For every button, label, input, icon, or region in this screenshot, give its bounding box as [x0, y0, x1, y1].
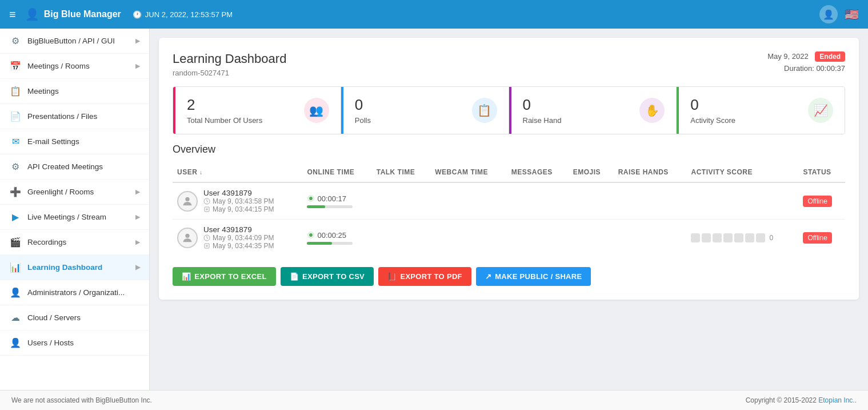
user-leave-0: May 9, 03:44:15 PM — [203, 205, 274, 213]
main-content: Learning Dashboard random-5027471 May 9,… — [150, 29, 868, 390]
sidebar-item-live-meetings[interactable]: ▶ Live Meetings / Stream ▶ — [0, 205, 149, 230]
stat-label-activity-score: Activity Score — [690, 116, 735, 125]
sidebar-item-meetings-rooms[interactable]: 📅 Meetings / Rooms ▶ — [0, 54, 149, 79]
footer-right: Copyright © 2015-2022 Etopian Inc.. — [746, 396, 857, 404]
user-avatar-1 — [177, 228, 198, 248]
sidebar-label-bigbluebutton: BigBlueButton / API / GUI — [27, 37, 130, 45]
chevron-right-icon: ▶ — [135, 264, 140, 271]
col-online-time: ONLINE TIME — [302, 162, 371, 182]
sidebar-label-api-meetings: API Created Meetings — [27, 162, 140, 171]
flag-icon: 🇺🇸 — [845, 7, 859, 21]
sidebar-label-meetings: Meetings — [27, 87, 140, 95]
sidebar-item-recordings[interactable]: 🎬 Recordings ▶ — [0, 230, 149, 255]
sidebar-item-greenlight[interactable]: ➕ Greenlight / Rooms ▶ — [0, 180, 149, 205]
sidebar-icon-presentations: 📄 — [9, 111, 22, 122]
cell-emojis-1 — [569, 220, 614, 256]
user-icon: 👤 — [823, 9, 834, 20]
sidebar-item-api-meetings[interactable]: ⚙ API Created Meetings — [0, 154, 149, 180]
cell-talk_time-1 — [372, 220, 431, 256]
sidebar-label-email-settings: E-mail Settings — [27, 137, 140, 146]
sidebar-label-learning-dashboard: Learning Dashboard — [27, 263, 130, 272]
sidebar-label-presentations: Presentations / Files — [27, 112, 140, 121]
csv-icon: 📄 — [290, 272, 299, 281]
sidebar-icon-recordings: 🎬 — [9, 237, 22, 248]
cell-messages-0 — [507, 182, 569, 220]
sidebar-icon-greenlight: ➕ — [9, 186, 22, 197]
cell-status-0: Offline — [798, 182, 845, 220]
col-webcam-time: WEBCAM TIME — [430, 162, 507, 182]
sidebar-item-cloud-servers[interactable]: ☁ Cloud / Servers — [0, 305, 149, 331]
cell-emojis-0 — [569, 182, 614, 220]
dashboard-header: Learning Dashboard random-5027471 May 9,… — [173, 51, 845, 77]
col-talk-time: TALK TIME — [372, 162, 431, 182]
sidebar-item-bigbluebutton[interactable]: ⚙ BigBlueButton / API / GUI ▶ — [0, 29, 149, 54]
cell-user-0: User 4391879 May 9, 03:43:58 PM May 9, 0… — [173, 182, 302, 220]
col-emojis: EMOJIS — [569, 162, 614, 182]
stat-card-polls: 0 Polls 📋 — [341, 87, 509, 134]
chevron-right-icon: ▶ — [135, 238, 140, 246]
sidebar-icon-meetings: 📋 — [9, 86, 22, 97]
activity-dot — [713, 233, 722, 242]
footer-link[interactable]: Etopian Inc.. — [818, 396, 857, 404]
sidebar-item-learning-dashboard[interactable]: 📊 Learning Dashboard ▶ — [0, 255, 149, 280]
progress-bar-0 — [307, 205, 353, 208]
brand-icon: 👤 — [25, 7, 39, 21]
sidebar-icon-live-meetings: ▶ — [9, 212, 22, 222]
cell-status-1: Offline — [798, 220, 845, 256]
cell-online-0: 00:00:17 — [302, 182, 371, 220]
stat-number-total-users: 2 — [187, 96, 262, 114]
status-badge-0: Offline — [803, 196, 831, 207]
sidebar-item-users-hosts[interactable]: 👤 Users / Hosts — [0, 331, 149, 356]
activity-dot — [723, 233, 733, 242]
cell-webcam_time-1 — [430, 220, 507, 256]
cell-activity-score-1: 0 — [686, 220, 798, 256]
sidebar-item-meetings[interactable]: 📋 Meetings — [0, 79, 149, 104]
export-pdf-button[interactable]: 📕 EXPORT TO PDF — [378, 267, 471, 286]
user-avatar-0 — [177, 191, 198, 212]
dashboard-title: Learning Dashboard — [173, 51, 286, 66]
sidebar-icon-learning-dashboard: 📊 — [9, 262, 22, 273]
sidebar-label-meetings-rooms: Meetings / Rooms — [27, 62, 130, 70]
clock-icon: 🕐 — [133, 10, 142, 19]
stat-number-polls: 0 — [355, 96, 371, 114]
export-excel-button[interactable]: 📊 EXPORT TO EXCEL — [173, 267, 276, 286]
sidebar-item-administrators[interactable]: 👤 Administrators / Organizati... — [0, 280, 149, 305]
sidebar-label-administrators: Administrators / Organizati... — [27, 288, 140, 297]
excel-icon: 📊 — [182, 272, 191, 281]
sidebar-icon-administrators: 👤 — [9, 287, 22, 298]
stat-icon-raise-hand: ✋ — [639, 98, 665, 123]
user-name-1: User 4391879 — [203, 225, 274, 234]
footer: We are not associated with BigBlueButton… — [0, 390, 868, 410]
export-csv-button[interactable]: 📄 EXPORT TO CSV — [281, 267, 374, 286]
make-public-button[interactable]: ↗ MAKE PUBLIC / SHARE — [476, 267, 591, 286]
dashboard-meta: May 9, 2022 Ended Duration: 00:00:37 — [767, 51, 845, 73]
col-user[interactable]: USER ↓ — [173, 162, 302, 182]
stat-cards: 2 Total Number Of Users 👥 0 Polls 📋 0 Ra… — [173, 86, 845, 134]
col-activity-score: ACTIVITY SCORE — [686, 162, 798, 182]
sidebar-label-greenlight: Greenlight / Rooms — [27, 188, 130, 196]
stat-number-raise-hand: 0 — [523, 96, 562, 114]
user-join-0: May 9, 03:43:58 PM — [203, 197, 274, 205]
footer-left: We are not associated with BigBlueButton… — [11, 396, 152, 404]
stat-card-total-users: 2 Total Number Of Users 👥 — [173, 87, 341, 134]
activity-dot — [756, 233, 765, 242]
avatar[interactable]: 👤 — [819, 5, 838, 23]
sort-arrow: ↓ — [199, 169, 203, 176]
dashboard-date: May 9, 2022 — [767, 52, 809, 61]
stat-icon-activity-score: 📈 — [808, 98, 833, 123]
activity-dot — [702, 233, 711, 242]
sidebar-item-email-settings[interactable]: ✉ E-mail Settings — [0, 129, 149, 154]
sidebar-label-live-meetings: Live Meetings / Stream — [27, 213, 130, 221]
svg-point-5 — [185, 233, 189, 237]
action-buttons: 📊 EXPORT TO EXCEL 📄 EXPORT TO CSV 📕 EXPO… — [173, 267, 845, 286]
hamburger-icon[interactable]: ≡ — [9, 8, 16, 21]
topnav-right: 👤 🇺🇸 — [819, 5, 859, 23]
chevron-right-icon: ▶ — [135, 213, 140, 221]
pdf-icon: 📕 — [387, 272, 397, 281]
chevron-right-icon: ▶ — [135, 188, 140, 196]
svg-point-3 — [310, 197, 313, 200]
sidebar-item-presentations[interactable]: 📄 Presentations / Files — [0, 104, 149, 129]
sidebar-label-users-hosts: Users / Hosts — [27, 339, 140, 347]
user-name-0: User 4391879 — [203, 189, 274, 197]
stat-number-activity-score: 0 — [690, 96, 735, 114]
